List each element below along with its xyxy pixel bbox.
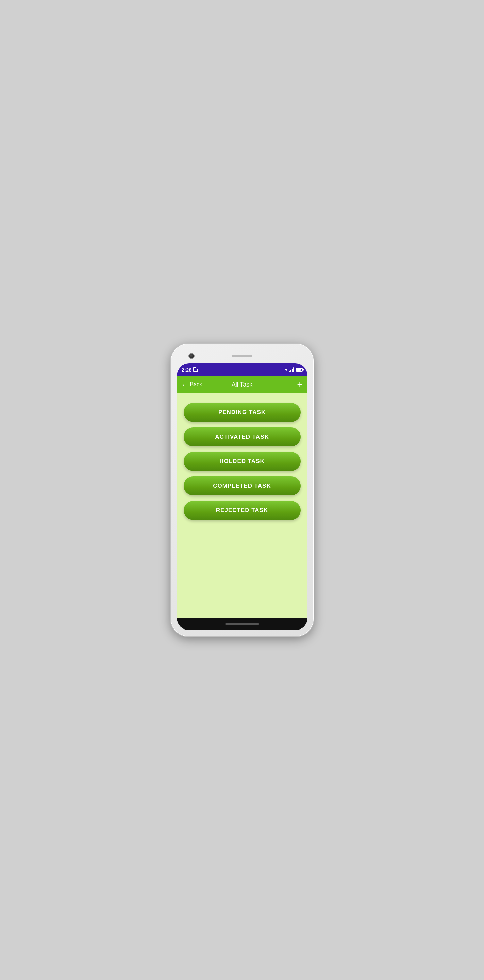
phone-device: 2:28 ▾ ← [171, 344, 314, 636]
holded-task-button[interactable]: HOLDED TASK [184, 452, 301, 471]
back-label: Back [190, 382, 202, 388]
signal-icon [289, 367, 294, 372]
activated-task-button[interactable]: ACTIVATED TASK [184, 427, 301, 447]
wifi-icon: ▾ [285, 367, 287, 372]
home-indicator [225, 624, 259, 625]
phone-screen: 2:28 ▾ ← [177, 363, 308, 630]
camera-icon [189, 353, 194, 358]
status-time: 2:28 [182, 367, 198, 372]
bottom-nav-bar [177, 618, 308, 630]
rejected-task-button[interactable]: REJECTED TASK [184, 501, 301, 520]
battery-icon [296, 368, 303, 372]
phone-top-hardware [177, 350, 308, 362]
completed-task-button[interactable]: COMPLETED TASK [184, 476, 301, 495]
app-bar: ← Back All Task + [177, 375, 308, 393]
back-arrow-icon: ← [182, 381, 189, 388]
app-title: All Task [212, 381, 273, 388]
status-icons: ▾ [285, 367, 303, 372]
back-button[interactable]: ← Back [182, 381, 212, 388]
pending-task-button[interactable]: PENDING TASK [184, 403, 301, 422]
sim-icon [193, 367, 198, 372]
status-bar: 2:28 ▾ [177, 363, 308, 375]
main-content: PENDING TASK ACTIVATED TASK HOLDED TASK … [177, 393, 308, 618]
speaker-grill [232, 355, 252, 357]
add-icon: + [297, 380, 302, 389]
add-task-button[interactable]: + [273, 380, 303, 389]
